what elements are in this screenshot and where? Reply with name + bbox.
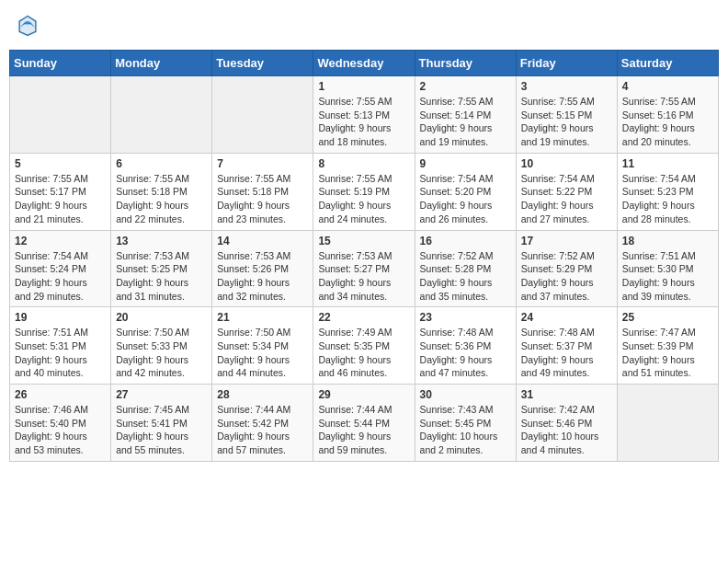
day-number: 24: [521, 311, 612, 324]
day-content: Sunrise: 7:54 AMSunset: 5:22 PMDaylight:…: [521, 172, 612, 226]
page-header: [9, 9, 719, 42]
day-content: Sunrise: 7:55 AMSunset: 5:13 PMDaylight:…: [318, 95, 409, 149]
day-number: 11: [622, 157, 713, 170]
calendar-cell: 6Sunrise: 7:55 AMSunset: 5:18 PMDaylight…: [111, 153, 212, 230]
calendar-cell: 27Sunrise: 7:45 AMSunset: 5:41 PMDayligh…: [111, 385, 212, 462]
calendar-cell: [111, 76, 212, 154]
weekday-header-thursday: Thursday: [415, 51, 516, 76]
day-number: 3: [521, 80, 612, 93]
day-number: 8: [318, 157, 409, 170]
day-number: 20: [116, 311, 207, 324]
day-number: 1: [318, 80, 409, 93]
day-content: Sunrise: 7:46 AMSunset: 5:40 PMDaylight:…: [15, 403, 106, 457]
calendar-cell: 8Sunrise: 7:55 AMSunset: 5:19 PMDaylight…: [313, 153, 415, 230]
week-row-3: 12Sunrise: 7:54 AMSunset: 5:24 PMDayligh…: [10, 230, 719, 307]
weekday-header-wednesday: Wednesday: [313, 51, 415, 76]
calendar-cell: 23Sunrise: 7:48 AMSunset: 5:36 PMDayligh…: [415, 307, 516, 385]
day-number: 14: [217, 235, 308, 247]
calendar-cell: 25Sunrise: 7:47 AMSunset: 5:39 PMDayligh…: [617, 307, 718, 385]
calendar-table: SundayMondayTuesdayWednesdayThursdayFrid…: [9, 50, 719, 462]
calendar-cell: 9Sunrise: 7:54 AMSunset: 5:20 PMDaylight…: [415, 153, 516, 230]
calendar-cell: 13Sunrise: 7:53 AMSunset: 5:25 PMDayligh…: [111, 230, 212, 307]
day-number: 22: [318, 311, 409, 324]
day-content: Sunrise: 7:42 AMSunset: 5:46 PMDaylight:…: [521, 403, 612, 457]
calendar-cell: 20Sunrise: 7:50 AMSunset: 5:33 PMDayligh…: [111, 307, 212, 385]
calendar-cell: 31Sunrise: 7:42 AMSunset: 5:46 PMDayligh…: [516, 385, 617, 462]
day-number: 30: [420, 388, 511, 401]
calendar-cell: 3Sunrise: 7:55 AMSunset: 5:15 PMDaylight…: [516, 76, 617, 154]
day-content: Sunrise: 7:55 AMSunset: 5:15 PMDaylight:…: [521, 95, 612, 149]
calendar-cell: 11Sunrise: 7:54 AMSunset: 5:23 PMDayligh…: [617, 153, 718, 230]
day-content: Sunrise: 7:49 AMSunset: 5:35 PMDaylight:…: [318, 326, 409, 380]
week-row-4: 19Sunrise: 7:51 AMSunset: 5:31 PMDayligh…: [10, 307, 719, 385]
day-number: 10: [521, 157, 612, 170]
day-number: 31: [521, 388, 612, 401]
day-number: 4: [622, 80, 713, 93]
calendar-cell: 29Sunrise: 7:44 AMSunset: 5:44 PMDayligh…: [313, 385, 415, 462]
calendar-cell: 1Sunrise: 7:55 AMSunset: 5:13 PMDaylight…: [313, 76, 415, 154]
calendar-cell: 7Sunrise: 7:55 AMSunset: 5:18 PMDaylight…: [212, 153, 313, 230]
logo: [17, 13, 42, 39]
day-content: Sunrise: 7:54 AMSunset: 5:20 PMDaylight:…: [420, 172, 511, 226]
day-content: Sunrise: 7:53 AMSunset: 5:25 PMDaylight:…: [116, 249, 207, 304]
day-number: 7: [217, 157, 308, 170]
day-content: Sunrise: 7:54 AMSunset: 5:24 PMDaylight:…: [15, 249, 106, 304]
day-number: 18: [622, 235, 713, 247]
calendar-cell: 28Sunrise: 7:44 AMSunset: 5:42 PMDayligh…: [212, 385, 313, 462]
day-number: 21: [217, 311, 308, 324]
day-content: Sunrise: 7:43 AMSunset: 5:45 PMDaylight:…: [420, 403, 511, 457]
day-content: Sunrise: 7:55 AMSunset: 5:16 PMDaylight:…: [622, 95, 713, 149]
weekday-header-monday: Monday: [111, 51, 212, 76]
day-number: 6: [116, 157, 207, 170]
weekday-header-saturday: Saturday: [617, 51, 718, 76]
day-number: 13: [116, 235, 207, 247]
day-number: 19: [15, 311, 106, 324]
svg-marker-0: [18, 15, 38, 37]
calendar-cell: 12Sunrise: 7:54 AMSunset: 5:24 PMDayligh…: [10, 230, 111, 307]
day-content: Sunrise: 7:55 AMSunset: 5:14 PMDaylight:…: [420, 95, 511, 149]
day-content: Sunrise: 7:44 AMSunset: 5:42 PMDaylight:…: [217, 403, 308, 457]
day-number: 16: [420, 235, 511, 247]
day-content: Sunrise: 7:55 AMSunset: 5:19 PMDaylight:…: [318, 172, 409, 226]
day-content: Sunrise: 7:44 AMSunset: 5:44 PMDaylight:…: [318, 403, 409, 457]
calendar-cell: 22Sunrise: 7:49 AMSunset: 5:35 PMDayligh…: [313, 307, 415, 385]
day-number: 2: [420, 80, 511, 93]
day-content: Sunrise: 7:48 AMSunset: 5:37 PMDaylight:…: [521, 326, 612, 380]
calendar-cell: 17Sunrise: 7:52 AMSunset: 5:29 PMDayligh…: [516, 230, 617, 307]
day-number: 28: [217, 388, 308, 401]
day-content: Sunrise: 7:53 AMSunset: 5:26 PMDaylight:…: [217, 249, 308, 304]
day-number: 17: [521, 235, 612, 247]
day-content: Sunrise: 7:55 AMSunset: 5:18 PMDaylight:…: [217, 172, 308, 226]
day-content: Sunrise: 7:55 AMSunset: 5:18 PMDaylight:…: [116, 172, 207, 226]
week-row-5: 26Sunrise: 7:46 AMSunset: 5:40 PMDayligh…: [10, 385, 719, 462]
day-number: 12: [15, 235, 106, 247]
calendar-cell: 2Sunrise: 7:55 AMSunset: 5:14 PMDaylight…: [415, 76, 516, 154]
day-number: 15: [318, 235, 409, 247]
day-content: Sunrise: 7:50 AMSunset: 5:33 PMDaylight:…: [116, 326, 207, 380]
logo-icon: [17, 13, 39, 39]
day-content: Sunrise: 7:55 AMSunset: 5:17 PMDaylight:…: [15, 172, 106, 226]
calendar-cell: 19Sunrise: 7:51 AMSunset: 5:31 PMDayligh…: [10, 307, 111, 385]
day-content: Sunrise: 7:53 AMSunset: 5:27 PMDaylight:…: [318, 249, 409, 304]
calendar-cell: 5Sunrise: 7:55 AMSunset: 5:17 PMDaylight…: [10, 153, 111, 230]
day-content: Sunrise: 7:45 AMSunset: 5:41 PMDaylight:…: [116, 403, 207, 457]
weekday-header-row: SundayMondayTuesdayWednesdayThursdayFrid…: [10, 51, 719, 76]
calendar-cell: [617, 385, 718, 462]
weekday-header-sunday: Sunday: [10, 51, 111, 76]
calendar-cell: [212, 76, 313, 154]
calendar-cell: 30Sunrise: 7:43 AMSunset: 5:45 PMDayligh…: [415, 385, 516, 462]
day-number: 27: [116, 388, 207, 401]
day-number: 25: [622, 311, 713, 324]
calendar-cell: 15Sunrise: 7:53 AMSunset: 5:27 PMDayligh…: [313, 230, 415, 307]
calendar-cell: 21Sunrise: 7:50 AMSunset: 5:34 PMDayligh…: [212, 307, 313, 385]
week-row-1: 1Sunrise: 7:55 AMSunset: 5:13 PMDaylight…: [10, 76, 719, 154]
day-number: 5: [15, 157, 106, 170]
calendar-cell: 14Sunrise: 7:53 AMSunset: 5:26 PMDayligh…: [212, 230, 313, 307]
day-content: Sunrise: 7:54 AMSunset: 5:23 PMDaylight:…: [622, 172, 713, 226]
day-content: Sunrise: 7:52 AMSunset: 5:29 PMDaylight:…: [521, 249, 612, 304]
day-number: 9: [420, 157, 511, 170]
calendar-cell: 16Sunrise: 7:52 AMSunset: 5:28 PMDayligh…: [415, 230, 516, 307]
calendar-cell: 26Sunrise: 7:46 AMSunset: 5:40 PMDayligh…: [10, 385, 111, 462]
day-number: 29: [318, 388, 409, 401]
day-content: Sunrise: 7:47 AMSunset: 5:39 PMDaylight:…: [622, 326, 713, 380]
